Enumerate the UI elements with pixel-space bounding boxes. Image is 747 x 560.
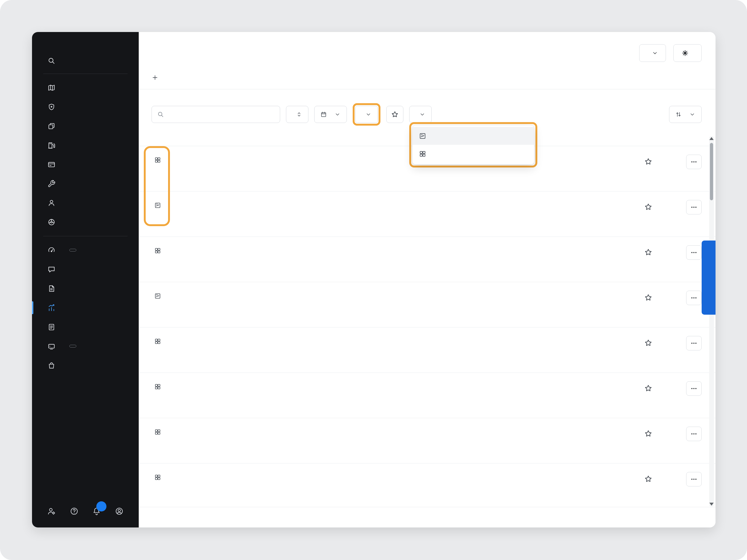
search-icon <box>157 111 164 118</box>
row-more-button[interactable] <box>686 381 702 396</box>
table-row[interactable] <box>139 418 716 463</box>
sidebar-item-vista-de-flota[interactable] <box>32 78 139 97</box>
ask-ai-button[interactable] <box>673 44 702 62</box>
row-created-cell <box>359 463 486 509</box>
sidebar-item-informes[interactable] <box>32 317 139 337</box>
row-more-button[interactable] <box>686 291 702 305</box>
sidebar-item-documentos[interactable] <box>32 279 139 298</box>
motive-logo <box>32 32 139 44</box>
table-row[interactable] <box>139 463 716 509</box>
sort-chevrons-icon <box>296 111 302 117</box>
favorite-star-icon[interactable] <box>644 384 652 393</box>
row-actions-cell <box>640 237 702 282</box>
scroll-up-arrow[interactable] <box>710 137 714 140</box>
sidebar-item-marketplace[interactable] <box>32 356 139 375</box>
create-button[interactable] <box>639 44 666 62</box>
row-more-button[interactable] <box>686 472 702 486</box>
row-name-cell <box>152 463 359 509</box>
table-row[interactable] <box>139 282 716 327</box>
row-created-cell <box>359 327 486 373</box>
row-name-cell <box>152 237 359 282</box>
favorite-star-icon[interactable] <box>644 293 652 302</box>
row-name-cell <box>152 282 359 327</box>
table-body <box>139 146 716 509</box>
calendar-icon <box>320 111 327 117</box>
table-row[interactable] <box>139 373 716 418</box>
table-row[interactable] <box>139 237 716 282</box>
help-icon[interactable] <box>70 507 79 516</box>
row-created-cell <box>359 237 486 282</box>
row-name-cell <box>152 418 359 463</box>
favorite-star-icon[interactable] <box>644 339 652 347</box>
sidebar-search[interactable] <box>32 52 139 69</box>
row-name-cell <box>152 191 359 237</box>
favorite-star-icon[interactable] <box>644 157 652 166</box>
tab-agregar-panel[interactable] <box>152 74 162 89</box>
feedback-tab[interactable] <box>702 241 716 315</box>
scrollbar-thumb[interactable] <box>710 143 713 200</box>
wrench-icon <box>48 180 55 188</box>
ellipsis-icon <box>690 248 698 257</box>
row-actions-cell <box>640 373 702 418</box>
row-created-cell <box>359 418 486 463</box>
row-more-button[interactable] <box>686 245 702 260</box>
row-modified-cell <box>486 327 640 373</box>
sidebar-item-fuerza-de-trabajo[interactable] <box>32 193 139 213</box>
sidebar-item-mensajes[interactable] <box>32 260 139 279</box>
row-more-button[interactable] <box>686 336 702 350</box>
favorites-filter-button[interactable] <box>386 106 403 123</box>
row-more-button[interactable] <box>686 427 702 441</box>
report-icon <box>48 323 55 331</box>
sidebar <box>32 32 139 528</box>
shield-icon <box>48 103 55 111</box>
nuevo-badge <box>69 249 76 251</box>
favorite-star-icon[interactable] <box>644 248 652 257</box>
notifications-bell-icon[interactable] <box>92 507 101 516</box>
grid-icon <box>154 429 161 435</box>
dropdown-option-paneles[interactable] <box>412 145 534 163</box>
star-icon <box>391 110 399 118</box>
favorite-star-icon[interactable] <box>644 475 652 483</box>
sidebar-item-mantenimiento[interactable] <box>32 174 139 193</box>
row-name-cell <box>152 146 359 191</box>
ellipsis-icon <box>690 294 698 302</box>
sidebar-item-tarjetas[interactable] <box>32 155 139 174</box>
sparkle-icon <box>681 49 689 57</box>
row-more-button[interactable] <box>686 200 702 214</box>
user-settings-icon[interactable] <box>47 507 56 516</box>
scrollbar[interactable] <box>709 136 714 507</box>
sidebar-item-rendimiento[interactable] <box>32 241 139 260</box>
profile-icon[interactable] <box>115 507 124 516</box>
dropdown-option-respuestas[interactable] <box>412 127 534 145</box>
sidebar-item-analisis[interactable] <box>32 298 139 317</box>
created-by-filter-button[interactable] <box>286 106 308 123</box>
sidebar-item-despacho[interactable] <box>32 213 139 232</box>
map-icon <box>48 84 55 92</box>
sidebar-item-cumplimiento[interactable] <box>32 116 139 136</box>
grid-icon <box>154 383 161 390</box>
favorite-star-icon[interactable] <box>644 429 652 438</box>
type-filter-button[interactable] <box>355 106 378 123</box>
sidebar-item-devices[interactable] <box>32 337 139 356</box>
table-row[interactable] <box>139 327 716 373</box>
table-row[interactable] <box>139 191 716 237</box>
sidebar-item-combustible[interactable] <box>32 136 139 155</box>
chart-doc-icon <box>154 293 161 299</box>
favorite-star-icon[interactable] <box>644 203 652 211</box>
row-actions-cell <box>640 146 702 191</box>
annotation-ring-type-filter <box>353 103 381 126</box>
sidebar-bottom-bar <box>32 507 139 528</box>
search-input[interactable] <box>168 110 275 119</box>
scroll-down-arrow[interactable] <box>710 503 714 506</box>
sort-button[interactable] <box>669 106 702 123</box>
annotation-ring-type-dropdown <box>409 122 537 167</box>
search-box[interactable] <box>152 106 280 123</box>
sidebar-item-seguridad[interactable] <box>32 97 139 116</box>
more-filters-button[interactable] <box>409 106 432 123</box>
ellipsis-icon <box>690 203 698 211</box>
row-created-cell <box>359 191 486 237</box>
row-more-button[interactable] <box>686 155 702 169</box>
row-actions-cell <box>640 463 702 509</box>
search-icon <box>48 57 55 65</box>
date-filter-button[interactable] <box>314 106 347 123</box>
